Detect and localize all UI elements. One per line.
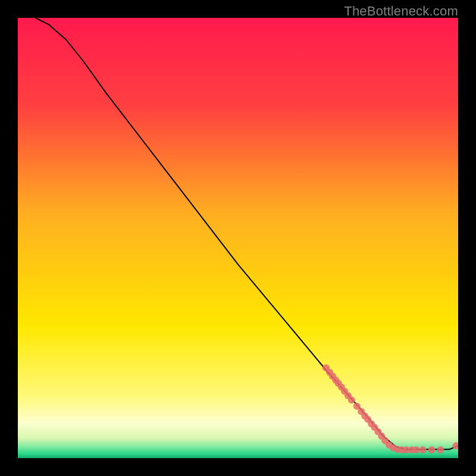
scatter-point	[419, 446, 427, 453]
scatter-point	[437, 446, 444, 453]
scatter-point	[348, 396, 355, 403]
chart-stage: TheBottleneck.com	[0, 0, 476, 476]
plot-background	[18, 18, 458, 458]
scatter-point	[428, 446, 436, 453]
watermark-text: TheBottleneck.com	[344, 4, 458, 19]
scatter-point	[413, 446, 420, 453]
chart-plot	[18, 18, 458, 458]
